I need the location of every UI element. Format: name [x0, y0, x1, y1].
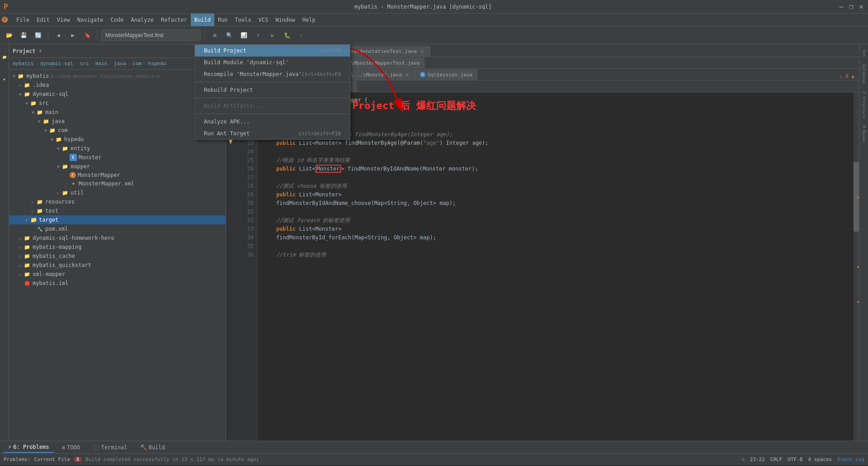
tree-item-monstermapper-java[interactable]: ! MonsterMapper [9, 171, 226, 179]
sidebar-ant[interactable]: Ant [861, 48, 867, 59]
tree-item-target[interactable]: ▼ 📁 target [9, 215, 226, 224]
line-ending[interactable]: CRLF [770, 456, 783, 462]
tree-item-util[interactable]: ▷ 📁 util [9, 188, 226, 197]
code-line-27 [263, 173, 848, 182]
menu-sep-3 [195, 114, 350, 114]
menu-vcs[interactable]: VCS [255, 14, 272, 26]
breadcrumb-mybatis[interactable]: mybatis [13, 61, 33, 67]
run-ant-label: Run Ant Target [204, 130, 250, 137]
event-log[interactable]: Event Log [837, 456, 864, 462]
terminal-icon: ⬛ [93, 444, 99, 451]
breadcrumb-src[interactable]: src [80, 61, 89, 67]
menu-navigate[interactable]: Navigate [74, 14, 107, 26]
sidebar-structure[interactable]: Z Structure [861, 90, 867, 120]
menu-item-build-project[interactable]: Build Project Ctrl+F9 [195, 45, 350, 57]
tree-item-mybatis-iml[interactable]: 🔴 mybatis.iml [9, 279, 226, 288]
tree-item-xml-mapper[interactable]: ▷ 📁 xml-mapper [9, 270, 226, 279]
tree-item-mybatis-quickstart[interactable]: ▷ 📁 mybatis_quickstart [9, 261, 226, 270]
indent[interactable]: 4 spaces [808, 456, 832, 462]
toolbar-search-btn[interactable]: 🔍 [223, 29, 236, 42]
breadcrumb-com[interactable]: com [132, 61, 142, 67]
tree-arrow-mybatis: ▼ [11, 74, 17, 79]
toolbar-config-btn[interactable]: ⚡ [252, 29, 264, 42]
toolbar-bookmark-btn[interactable]: 🔖 [81, 29, 94, 42]
breadcrumb-java[interactable]: java [114, 61, 126, 67]
toolbar-open-btn[interactable]: 📂 [3, 29, 15, 42]
menu-file[interactable]: File [13, 14, 33, 26]
toolbar-back-btn[interactable]: ◀ [52, 29, 65, 42]
tree-item-monster[interactable]: C Monster [9, 153, 226, 162]
toolbar-coverage-btn[interactable]: 📊 [237, 29, 250, 42]
close-btn[interactable]: ✕ [858, 4, 864, 10]
tree-arrow-mapper: ▼ [55, 164, 61, 169]
tree-item-dynamic-sql[interactable]: ▼ 📁 dynamic-sql [9, 90, 226, 99]
menu-refactor[interactable]: Refactor [157, 14, 191, 26]
search-input[interactable] [101, 29, 201, 41]
menu-item-rebuild[interactable]: Rebuild Project [195, 84, 350, 96]
breadcrumb-sep1: › [35, 61, 38, 67]
breadcrumb-main[interactable]: main [95, 61, 108, 67]
breadcrumb-dynamic-sql[interactable]: dynamic-sql [40, 61, 73, 67]
menu-item-recompile[interactable]: Recompile 'MonsterMapper.java' Ctrl+Shif… [195, 68, 350, 80]
tree-item-mybatis-cache[interactable]: ▷ 📁 mybatis_cache [9, 252, 226, 261]
menu-item-analyze-apk[interactable]: Analyze APK... [195, 116, 350, 128]
project-dropdown-icon[interactable]: ▼ [39, 48, 42, 53]
menu-help[interactable]: Help [299, 14, 319, 26]
menu-analyze[interactable]: Analyze [127, 14, 157, 26]
vertical-scrollbar[interactable] [854, 92, 859, 441]
tree-item-hspedu[interactable]: ▼ 📁 hspedu [9, 135, 226, 144]
menu-build[interactable]: Build [191, 14, 214, 26]
sidebar-database[interactable]: Database [861, 62, 867, 86]
bottom-tab-terminal[interactable]: ⬛ Terminal [88, 442, 132, 452]
toolbar-run-btn[interactable]: ▶ [266, 29, 279, 42]
menu-edit[interactable]: Edit [33, 14, 53, 26]
tree-item-mapper[interactable]: ▼ 📁 mapper [9, 162, 226, 171]
tree-item-pom[interactable]: 🔧 pom.xml [9, 224, 226, 233]
toolbar-check-btn[interactable]: ✓ [295, 29, 308, 42]
menu-tools[interactable]: Tools [231, 14, 255, 26]
minimize-btn[interactable]: — [838, 4, 844, 10]
tree-item-resources[interactable]: ▷ 📁 resources [9, 197, 226, 206]
tree-item-java[interactable]: ▼ 📁 java [9, 117, 226, 126]
tab-close-monsterannotation[interactable]: × [419, 48, 425, 55]
position-indicator: 23:22 [750, 456, 765, 462]
breadcrumb-hspedu[interactable]: hspedu [148, 61, 166, 67]
tree-item-entity[interactable]: ▼ 📁 entity [9, 144, 226, 153]
sidebar-maven[interactable]: M Maven [861, 124, 867, 144]
code-area[interactable]: public interface MonsterMapper { //根据 ag… [258, 92, 854, 441]
menu-item-run-ant[interactable]: Run Ant Target Ctrl+Shift+F10 [195, 128, 350, 139]
sidebar-fav-icon[interactable]: ★ [1, 70, 8, 88]
tree-label-mybatis-quickstart: mybatis_quickstart [33, 262, 91, 268]
maximize-btn[interactable]: ❐ [848, 4, 854, 10]
gear-icon[interactable]: ⚙ [741, 456, 745, 462]
tab-sqlsession[interactable]: J SqlSession.java [415, 69, 477, 80]
tree-item-monstermapper-xml[interactable]: 🔸 MonsterMapper.xml [9, 179, 226, 188]
menu-code[interactable]: Code [107, 14, 127, 26]
toolbar-debug-btn[interactable]: 🐛 [281, 29, 293, 42]
breadcrumb: mybatis › dynamic-sql › src › main › jav… [9, 58, 226, 70]
encoding[interactable]: UTF-8 [788, 456, 802, 462]
menu-window[interactable]: Window [272, 14, 298, 26]
code-line-19 [263, 105, 848, 113]
tree-item-mybatis-mapping[interactable]: ▷ 📁 mybatis-mapping [9, 243, 226, 252]
tree-item-src[interactable]: ▼ 📁 src [9, 99, 226, 108]
bottom-tab-build[interactable]: 🔨 Build [136, 442, 170, 452]
tab-close-dynamic-monster[interactable]: × [404, 71, 410, 78]
tree-item-main[interactable]: ▼ 📁 main [9, 108, 226, 117]
toolbar-sync-btn[interactable]: 🔄 [32, 29, 44, 42]
menu-view[interactable]: View [53, 14, 74, 26]
toolbar-forward-btn[interactable]: ▶ [66, 29, 79, 42]
toolbar-settings-btn[interactable]: ⚙ [208, 29, 221, 42]
sidebar-project-icon[interactable]: 📁 [1, 48, 8, 66]
tree-item-idea[interactable]: ▷ 📁 .idea [9, 81, 226, 90]
menu-item-build-module[interactable]: Build Module 'dynamic-sql' [195, 57, 350, 68]
tree-item-com[interactable]: ▼ 📁 com [9, 126, 226, 135]
toolbar-save-btn[interactable]: 💾 [17, 29, 30, 42]
tree-icon-mapper: 📁 [61, 163, 69, 170]
tree-item-homework[interactable]: ▷ 📁 dynamic-sql-homework-hero [9, 233, 226, 243]
tree-item-test[interactable]: ▷ 📁 test [9, 206, 226, 215]
tree-item-mybatis[interactable]: ▼ 📁 mybatis D:\Java_developer_tools\ssm\… [9, 71, 226, 81]
bottom-tab-problems[interactable]: ⚡ 6: Problems [4, 442, 54, 453]
menu-run[interactable]: Run [214, 14, 231, 26]
bottom-tab-todo[interactable]: ≡ TODO [57, 442, 85, 452]
